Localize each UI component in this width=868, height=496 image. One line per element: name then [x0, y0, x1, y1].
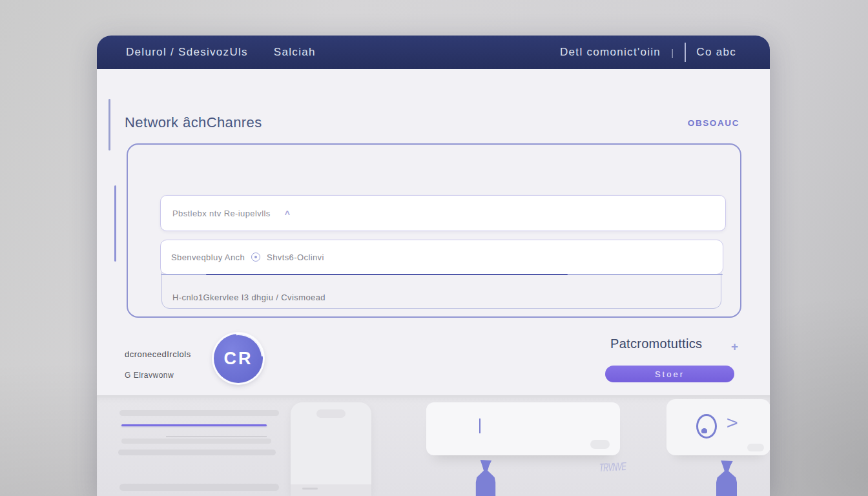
text-cursor [479, 418, 480, 433]
brand-title: Delurol / SdesivozUls [126, 46, 248, 59]
accent-line [108, 99, 110, 150]
search-input-value-left: Sbenveqbluy Anch [171, 253, 245, 262]
action-card[interactable]: > [666, 399, 770, 455]
skeleton-bar [119, 410, 279, 416]
decorative-blob [590, 440, 610, 449]
decorative-blob [747, 444, 764, 451]
skeleton-line [166, 436, 267, 437]
search-input-value-right: Shvts6-Oclinvi [267, 253, 324, 262]
add-icon[interactable]: + [731, 340, 738, 354]
nav-item[interactable]: Salciah [274, 46, 316, 59]
brand-badge: CR [214, 334, 263, 383]
account-sublabel: G Elravwonw [125, 371, 174, 380]
text-cursor-icon: ^ [285, 209, 291, 220]
input-underline-focus [206, 274, 568, 276]
preview-card[interactable] [291, 402, 371, 496]
active-underline [121, 424, 267, 426]
account-label: dcronecedIrclols [125, 349, 191, 359]
panel-title: Patcromotuttics [610, 336, 702, 351]
main-window: Delurol / SdesivozUls Salciah Detl comon… [97, 36, 770, 496]
search-input[interactable]: Sbenveqbluy Anch Shvts6-Oclinvi [160, 240, 723, 274]
recipient-input-value: Pbstlebx ntv Re-iupelvlls [172, 209, 271, 218]
skeleton-bar [121, 439, 271, 444]
recipient-input[interactable]: Pbstlebx ntv Re-iupelvlls ^ [160, 195, 726, 231]
section-action-link[interactable]: OBSOAUC [688, 118, 739, 128]
watermark-text: TRVNVE [599, 460, 626, 473]
skeleton-bar [118, 450, 276, 455]
status-text: Detl comonict'oiin [560, 46, 661, 59]
input-card[interactable] [426, 402, 620, 455]
navbar-right: Detl comonict'oiin | Co abc [560, 43, 736, 62]
divider-glyph: | [671, 47, 674, 58]
divider-bar [685, 43, 686, 62]
navbar-left: Delurol / SdesivozUls Salciah [126, 46, 316, 59]
note-text: H-cnlo1Gkervlee I3 dhgiu / Cvismoead [172, 293, 326, 302]
card-footer-band [291, 484, 371, 496]
skeleton-bar [119, 484, 279, 491]
top-navbar: Delurol / SdesivozUls Salciah Detl comon… [97, 36, 770, 69]
brand-badge-letters: CR [224, 349, 253, 369]
skeleton-bar [302, 488, 318, 490]
chevron-right-icon[interactable]: > [727, 413, 738, 433]
account-menu[interactable]: Co abc [696, 46, 736, 59]
badge-icon [251, 253, 260, 262]
card-notch [316, 409, 346, 418]
avatar-ring-icon [696, 414, 717, 439]
store-button[interactable]: Stoer [605, 366, 734, 382]
page-title: Network âchChanres [125, 114, 262, 131]
accent-line [114, 185, 116, 262]
